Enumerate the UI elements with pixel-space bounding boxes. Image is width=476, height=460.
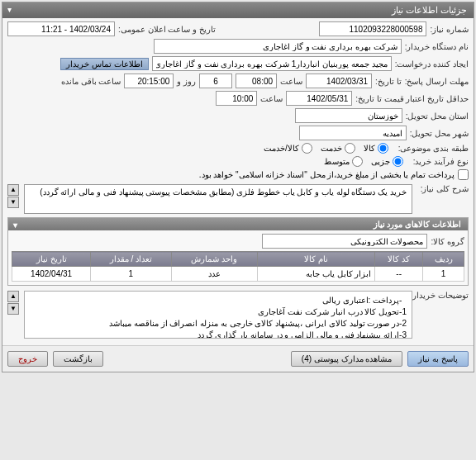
contact-buyer-button[interactable]: اطلاعات تماس خریدار (60, 58, 149, 70)
province-label: استان محل تحویل: (406, 111, 469, 121)
collapse-icon[interactable]: ▾ (7, 5, 12, 14)
attachments-button[interactable]: مشاهده مدارک پیوستی (4) (291, 351, 403, 367)
announcement-label: تاریخ و ساعت اعلان عمومی: (118, 25, 216, 34)
col-code: کد کالا (375, 252, 423, 267)
col-index: ردیف (423, 252, 464, 267)
buyer-name-label: نام دستگاه خریدار: (405, 42, 469, 51)
need-number-input[interactable] (319, 21, 426, 36)
respond-button[interactable]: پاسخ به نیاز (407, 351, 469, 367)
table-row[interactable]: 1 -- ابزار کابل یاب جابه عدد 1 1402/04/3… (12, 267, 464, 282)
deadline-label2: تا تاریخ: (375, 77, 402, 86)
notes-scroll-down-icon[interactable]: ▼ (7, 303, 19, 315)
col-name: نام کالا (257, 252, 374, 267)
process-radio-group: جزیی متوسط (324, 156, 403, 167)
button-bar: پاسخ به نیاز مشاهده مدارک پیوستی (4) باز… (2, 345, 474, 372)
goods-section: اطلاعات کالاهای مورد نیاز ▾ گروه کالا: ر… (7, 217, 469, 286)
deadline-label: مهلت ارسال پاسخ: (405, 77, 469, 86)
cell-idx: 1 (423, 267, 464, 282)
buyer-name-input[interactable] (154, 39, 402, 54)
requester-input[interactable] (152, 56, 392, 71)
process-radio-minor[interactable]: جزیی (371, 156, 403, 167)
buyer-notes-textarea[interactable] (24, 291, 412, 339)
category-radio-both[interactable]: کالا/خدمت (264, 143, 312, 154)
process-radio-medium[interactable]: متوسط (324, 156, 363, 167)
category-radio-goods[interactable]: کالا (364, 143, 388, 154)
province-input[interactable] (295, 108, 402, 123)
deadline-remain-time[interactable] (124, 74, 174, 88)
notes-scroll: ▲ ▼ (7, 291, 19, 315)
deadline-date-input[interactable] (306, 74, 372, 88)
cell-date: 1402/04/31 (12, 267, 91, 282)
panel-header: جزئیات اطلاعات نیاز ▾ (2, 2, 474, 18)
category-radio-group: کالا خدمت کالا/خدمت (264, 143, 388, 154)
group-input[interactable] (262, 234, 427, 249)
col-date: تاریخ نیاز (12, 252, 91, 267)
requester-label: ایجاد کننده درخواست: (395, 59, 469, 69)
panel-title: جزئیات اطلاعات نیاز (392, 5, 467, 15)
deadline-day-label: روز و (177, 77, 196, 86)
col-unit: واحد شمارش (171, 252, 257, 267)
goods-table: ردیف کد کالا نام کالا واحد شمارش تعداد /… (12, 251, 464, 282)
cell-unit: عدد (171, 267, 257, 282)
goods-header: اطلاعات کالاهای مورد نیاز ▾ (8, 218, 468, 230)
payment-note: پرداخت تمام یا بخشی از مبلغ خرید،از محل … (199, 170, 455, 179)
col-qty: تعداد / مقدار (91, 252, 171, 267)
deadline-remain-label: ساعت باقی مانده (61, 77, 121, 86)
scroll-up-icon[interactable]: ▲ (7, 184, 19, 196)
credit-deadline-date[interactable] (286, 91, 352, 106)
need-number-label: شماره نیاز: (430, 25, 469, 34)
panel-body: شماره نیاز: تاریخ و ساعت اعلان عمومی: نا… (2, 18, 474, 345)
desc-label: شرح کلی نیاز: (417, 184, 469, 193)
category-label: طبقه بندی موضوعی: (398, 144, 469, 153)
table-header-row: ردیف کد کالا نام کالا واحد شمارش تعداد /… (12, 252, 464, 267)
cell-qty: 1 (91, 267, 171, 282)
process-label: نوع فرآیند خرید: (413, 157, 469, 166)
cell-code: -- (375, 267, 423, 282)
payment-checkbox[interactable] (458, 169, 469, 180)
credit-deadline-time[interactable] (216, 91, 257, 106)
deadline-time-label: ساعت (280, 77, 302, 86)
buyer-notes-label: توضیحات خریدار: (417, 291, 469, 300)
credit-deadline-time-label: ساعت (260, 94, 283, 103)
desc-textarea[interactable] (24, 184, 412, 214)
cell-name: ابزار کابل یاب جابه (257, 267, 374, 282)
exit-button[interactable]: خروج (7, 351, 48, 367)
notes-scroll-up-icon[interactable]: ▲ (7, 291, 19, 302)
deadline-days-input[interactable] (199, 74, 232, 88)
credit-deadline-label: حداقل تاریخ اعتبار قیمت تا تاریخ: (355, 94, 469, 103)
goods-title: اطلاعات کالاهای مورد نیاز (374, 220, 461, 229)
city-input[interactable] (299, 126, 407, 140)
desc-scroll: ▲ ▼ (7, 184, 19, 208)
city-label: شهر محل تحویل: (410, 129, 469, 138)
scroll-down-icon[interactable]: ▼ (7, 197, 19, 208)
back-button[interactable]: بازگشت (53, 351, 103, 367)
need-details-panel: جزئیات اطلاعات نیاز ▾ شماره نیاز: تاریخ … (2, 2, 474, 372)
group-label: گروه کالا: (431, 237, 464, 246)
announcement-input[interactable] (7, 21, 115, 36)
category-radio-service[interactable]: خدمت (321, 143, 355, 154)
deadline-time-input[interactable] (236, 74, 277, 88)
goods-collapse-icon[interactable]: ▾ (13, 221, 17, 230)
